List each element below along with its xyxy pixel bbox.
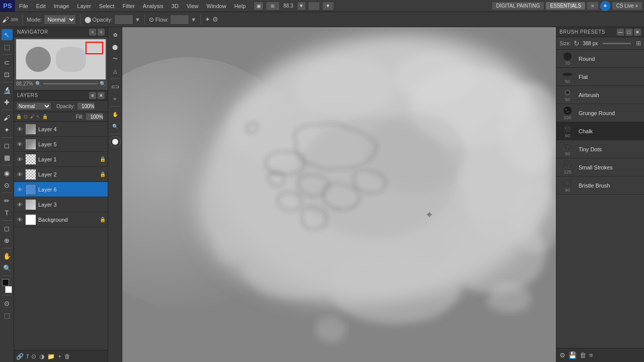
eye-layer4[interactable]: 👁 bbox=[16, 126, 23, 133]
menu-edit[interactable]: Edit bbox=[32, 0, 50, 12]
eye-layer2[interactable]: 👁 bbox=[16, 171, 23, 178]
brush-item-bristle[interactable]: 90 Bristle Brush bbox=[556, 176, 644, 195]
brush-size-slider[interactable] bbox=[603, 43, 631, 44]
mode-select[interactable]: Normal bbox=[44, 15, 76, 25]
cs-live-btn[interactable]: CS Live » bbox=[612, 2, 642, 10]
transform-tool[interactable]: ⊕ bbox=[2, 235, 13, 246]
fill-input[interactable] bbox=[86, 113, 104, 121]
blend-mode-select[interactable]: Normal bbox=[16, 102, 51, 110]
lasso-tool[interactable]: ⊂ bbox=[2, 57, 13, 68]
path-tool[interactable]: ✏ bbox=[2, 195, 13, 206]
layer-row-2[interactable]: 👁 Layer 2 🔒 bbox=[14, 167, 108, 182]
digital-painting-btn[interactable]: DIGITAL PAINTING bbox=[492, 2, 544, 10]
mode-icon[interactable]: ▣ bbox=[254, 2, 264, 11]
new-layer-btn[interactable]: + bbox=[58, 353, 61, 360]
essentials-btn[interactable]: ESSENTIALS bbox=[546, 2, 585, 10]
menu-view[interactable]: View bbox=[183, 0, 203, 12]
hand-tool-center[interactable]: ✋ bbox=[110, 109, 121, 120]
layer-row-bg[interactable]: 👁 Background 🔒 bbox=[14, 212, 108, 227]
zoom-btn[interactable]: ▼ bbox=[297, 2, 306, 11]
marquee-tool[interactable]: ⬚ bbox=[2, 41, 13, 52]
layers-close-btn[interactable]: ✕ bbox=[98, 92, 105, 99]
brush-panel-minimize[interactable]: — bbox=[617, 29, 624, 36]
add-style-btn[interactable]: f bbox=[27, 353, 28, 360]
brush-panel-close[interactable]: ✕ bbox=[634, 29, 641, 36]
brush-item-chalk[interactable]: 60 Chalk bbox=[556, 122, 644, 140]
layer-row-5[interactable]: 👁 Layer 5 bbox=[14, 137, 108, 152]
zoom-tool[interactable]: 🔍 bbox=[2, 262, 13, 274]
grid-btn[interactable] bbox=[308, 2, 320, 11]
menu-file[interactable]: File bbox=[15, 0, 32, 12]
new-group-btn[interactable]: 📁 bbox=[47, 353, 55, 360]
opacity-arrow[interactable]: ▼ bbox=[135, 17, 140, 23]
screen-mode-btn[interactable]: ⬚ bbox=[2, 310, 13, 321]
layers-opacity-input[interactable] bbox=[77, 102, 95, 110]
hand-tool[interactable]: ✋ bbox=[2, 250, 13, 261]
zoom-tool-center[interactable]: 🔍 bbox=[110, 121, 121, 132]
eye-layer5[interactable]: 👁 bbox=[16, 141, 23, 148]
flow-input[interactable]: 100% bbox=[170, 15, 189, 25]
lock-all-btn[interactable]: 🔒 bbox=[42, 114, 48, 119]
menu-layer[interactable]: Layer bbox=[73, 0, 95, 12]
zoom-in-icon[interactable]: 🔍 bbox=[100, 81, 106, 86]
smudge-tool[interactable]: 〜 bbox=[110, 53, 121, 64]
lock-paint-icon[interactable]: 🖌 bbox=[30, 114, 34, 119]
flow-arrow[interactable]: ▼ bbox=[191, 17, 196, 23]
brush-size-btn[interactable]: ⬤ bbox=[110, 41, 121, 52]
nav-viewport-box[interactable] bbox=[86, 42, 103, 54]
type-tool[interactable]: T bbox=[2, 207, 13, 218]
menu-help[interactable]: Help bbox=[230, 0, 250, 12]
sharpen-tool[interactable]: △ bbox=[110, 65, 121, 76]
brush-item-grunge[interactable]: 100 Grunge Round bbox=[556, 104, 644, 122]
heal-tool[interactable]: ✚ bbox=[2, 97, 13, 108]
extras-btn[interactable]: ▼ bbox=[322, 2, 334, 11]
brush-item-tiny-dots[interactable]: 60 Tiny Dots bbox=[556, 140, 644, 158]
zoom-out-icon[interactable]: 🔍 bbox=[35, 81, 41, 86]
liquify-tool[interactable]: ≈ bbox=[110, 93, 121, 104]
menu-window[interactable]: Window bbox=[203, 0, 230, 12]
eye-layer3[interactable]: 👁 bbox=[16, 201, 23, 208]
brush-item-airbrush[interactable]: 50 Airbrush bbox=[556, 86, 644, 104]
eraser-tool[interactable]: ◻ bbox=[2, 140, 13, 151]
warp-tool[interactable]: ⊂⊃ bbox=[110, 81, 121, 92]
blur-tool[interactable]: ◉ bbox=[2, 167, 13, 178]
brush-save-btn[interactable]: 💾 bbox=[569, 351, 577, 359]
layer-row-6[interactable]: 👁 Layer 6 bbox=[14, 182, 108, 197]
move-tool[interactable]: ↖ bbox=[2, 29, 13, 40]
crop-tool[interactable]: ⊡ bbox=[2, 69, 13, 80]
more-workspaces-btn[interactable]: » bbox=[587, 2, 598, 10]
navigator-menu-btn[interactable]: ≡ bbox=[89, 29, 96, 36]
brush-create-btn[interactable]: ⚙ bbox=[559, 351, 566, 359]
shape-tool[interactable]: ◻ bbox=[2, 223, 13, 234]
link-layers-btn[interactable]: 🔗 bbox=[16, 353, 24, 360]
delete-layer-btn[interactable]: 🗑 bbox=[64, 353, 70, 360]
canvas-area[interactable]: ✦ bbox=[122, 27, 556, 362]
dodge-tool[interactable]: ⊙ bbox=[2, 179, 13, 191]
brush-grid-view-btn[interactable]: ⊞ bbox=[636, 40, 641, 47]
foreground-color-swatch[interactable] bbox=[2, 279, 9, 286]
brush-mode-btn[interactable]: ✿ bbox=[110, 29, 121, 40]
brush-item-round[interactable]: 70 Round bbox=[556, 50, 644, 68]
mask-mode-btn[interactable]: ⊙ bbox=[2, 298, 13, 309]
menu-select[interactable]: Select bbox=[95, 0, 119, 12]
add-mask-btn[interactable]: ⊙ bbox=[31, 353, 36, 360]
brush-panel-expand[interactable]: □ bbox=[625, 29, 632, 36]
clone-tool[interactable]: ✦ bbox=[2, 124, 13, 135]
airbrush-toggle[interactable]: ✦ bbox=[205, 16, 210, 23]
menu-image[interactable]: Image bbox=[50, 0, 73, 12]
brush-presets-toggle[interactable]: ⚙ bbox=[212, 16, 218, 23]
menu-3d[interactable]: 3D bbox=[168, 0, 183, 12]
gradient-tool[interactable]: ▦ bbox=[2, 152, 13, 163]
brush-more-btn[interactable]: ≡ bbox=[589, 351, 593, 359]
layers-menu-btn[interactable]: ≡ bbox=[89, 92, 96, 99]
lock-all-icon[interactable]: ⊡ bbox=[24, 114, 28, 119]
layer-row-1[interactable]: 👁 Layer 1 🔒 bbox=[14, 152, 108, 167]
menu-analysis[interactable]: Analysis bbox=[139, 0, 168, 12]
new-fill-btn[interactable]: ◑ bbox=[39, 353, 44, 360]
layer-row-3[interactable]: 👁 Layer 3 bbox=[14, 197, 108, 212]
brush-tool[interactable]: 🖌 bbox=[2, 112, 13, 123]
navigator-close-btn[interactable]: ✕ bbox=[98, 29, 105, 36]
eye-layer1[interactable]: 👁 bbox=[16, 156, 23, 163]
menu-filter[interactable]: Filter bbox=[118, 0, 138, 12]
eye-layer6[interactable]: 👁 bbox=[16, 186, 23, 193]
